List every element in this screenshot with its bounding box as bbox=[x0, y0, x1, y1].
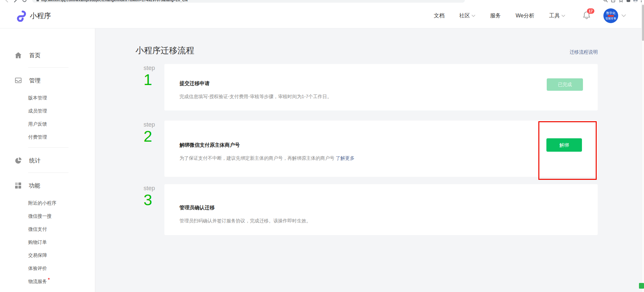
browser-menu-dots-icon[interactable] bbox=[641, 0, 642, 2]
sidebar-item-version-management[interactable]: 版本管理 bbox=[0, 91, 95, 104]
grid-icon bbox=[15, 182, 21, 189]
step-title: 解绑微信支付原主体商户号 bbox=[179, 141, 598, 148]
step-card-2: 解绑微信支付原主体商户号 为了保证支付不中断，建议先绑定新主体的商户号，再解绑原… bbox=[164, 121, 598, 177]
step-indicator-3: step 3 bbox=[136, 184, 164, 235]
nav-tools[interactable]: 工具 bbox=[549, 12, 565, 19]
app-header: 小程序 文档 社区 服务 We分析 工具 17 数字化 智慧零售 bbox=[0, 3, 644, 28]
sidebar-item-home[interactable]: 首页 bbox=[0, 50, 95, 61]
nav-services[interactable]: 服务 bbox=[490, 12, 501, 19]
sidebar-item-member-management[interactable]: 成员管理 bbox=[0, 104, 95, 118]
main-content: 小程序迁移流程 迁移流程说明 step 1 提交迁移申请 完成信息填写-授权验证… bbox=[95, 28, 644, 292]
account-chevron-down-icon[interactable] bbox=[622, 14, 626, 17]
notifications-bell[interactable]: 17 bbox=[583, 11, 591, 21]
chevron-down-icon bbox=[561, 15, 565, 17]
page-title-row: 小程序迁移流程 迁移流程说明 bbox=[136, 28, 598, 56]
logo[interactable]: 小程序 bbox=[14, 3, 51, 28]
migration-steps: step 1 提交迁移申请 完成信息填写-授权验证-支付费用-审核等步骤，审核时… bbox=[136, 64, 598, 235]
url-text: mp.weixin.qq.com/wxamp/subjectchange/ind… bbox=[41, 0, 187, 2]
step-title: 提交迁移申请 bbox=[179, 80, 598, 87]
sidebar-item-shopping-orders[interactable]: 购物订单 bbox=[0, 236, 95, 249]
sidebar-item-manage[interactable]: 管理 bbox=[0, 75, 95, 86]
sidebar-group-manage: 版本管理 成员管理 用户反馈 付费管理 bbox=[0, 91, 95, 144]
step-indicator-2: step 2 bbox=[136, 121, 164, 177]
pie-chart-icon bbox=[15, 157, 22, 164]
sidebar-item-nearby-miniprograms[interactable]: 附近的小程序 bbox=[0, 197, 95, 210]
browser-reload-icon[interactable] bbox=[22, 0, 27, 2]
sidebar-item-label: 功能 bbox=[29, 182, 40, 190]
top-navigation: 文档 社区 服务 We分析 工具 17 数字化 智慧零售 bbox=[419, 3, 626, 28]
scrollbar-thumb[interactable] bbox=[642, 5, 644, 41]
notification-count-badge: 17 bbox=[587, 8, 594, 14]
browser-profile-icon[interactable] bbox=[633, 0, 638, 2]
step-row-3: step 3 管理员确认迁移 管理员扫码确认并签订服务协议，完成迁移。该操作即时… bbox=[136, 184, 598, 235]
sidebar-item-label: 首页 bbox=[29, 52, 41, 59]
divider bbox=[28, 67, 68, 68]
step-title: 管理员确认迁移 bbox=[179, 204, 598, 211]
step-card-3: 管理员确认迁移 管理员扫码确认并签订服务协议，完成迁移。该操作即时生效。 bbox=[164, 184, 598, 235]
browser-back-icon[interactable] bbox=[5, 0, 9, 2]
learn-more-link[interactable]: 了解更多 bbox=[336, 155, 355, 161]
browser-forward-icon[interactable] bbox=[13, 0, 17, 2]
avatar-tag bbox=[608, 15, 614, 17]
step-description: 为了保证支付不中断，建议先绑定新主体的商户号，再解绑原主体的商户号 了解更多 bbox=[179, 155, 598, 161]
logo-text: 小程序 bbox=[30, 11, 51, 20]
step-row-2: step 2 解绑微信支付原主体商户号 为了保证支付不中断，建议先绑定新主体的商… bbox=[136, 121, 598, 177]
nav-docs[interactable]: 文档 bbox=[434, 12, 444, 19]
sidebar-item-wechat-pay[interactable]: 微信支付 bbox=[0, 223, 95, 236]
browser-chrome: mp.weixin.qq.com/wxamp/subjectchange/ind… bbox=[0, 0, 644, 3]
step-indicator-1: step 1 bbox=[136, 64, 164, 111]
wechat-miniprogram-console: mp.weixin.qq.com/wxamp/subjectchange/ind… bbox=[0, 0, 644, 292]
step-description: 完成信息填写-授权验证-支付费用-审核等步骤，审核时间为1-7个工作日。 bbox=[179, 93, 598, 100]
inbox-icon bbox=[15, 77, 22, 84]
share-icon[interactable] bbox=[611, 0, 615, 2]
new-badge-dot bbox=[48, 278, 50, 280]
divider bbox=[28, 172, 68, 173]
nav-community[interactable]: 社区 bbox=[459, 12, 475, 19]
site-info-icon[interactable] bbox=[37, 0, 39, 1]
miniprogram-logo-icon bbox=[14, 10, 26, 22]
sidebar-item-transaction-protection[interactable]: 交易保障 bbox=[0, 249, 95, 262]
sidebar-item-user-feedback[interactable]: 用户反馈 bbox=[0, 118, 95, 131]
step-row-1: step 1 提交迁移申请 完成信息填写-授权验证-支付费用-审核等步骤，审核时… bbox=[136, 64, 598, 111]
side-panel-icon[interactable] bbox=[627, 0, 630, 2]
sidebar-item-label: 管理 bbox=[29, 77, 41, 84]
nav-we-analysis[interactable]: We分析 bbox=[516, 12, 534, 19]
sidebar-item-experience-rating[interactable]: 体验评价 bbox=[0, 262, 95, 275]
step-description: 管理员扫码确认并签订服务协议，完成迁移。该操作即时生效。 bbox=[179, 217, 598, 224]
account-avatar[interactable]: 数字化 智慧零售 bbox=[603, 8, 618, 23]
search-icon[interactable] bbox=[603, 0, 608, 2]
sidebar-item-features[interactable]: 功能 bbox=[0, 180, 95, 191]
page-title: 小程序迁移流程 bbox=[136, 45, 194, 56]
step-card-1: 提交迁移申请 完成信息填写-授权验证-支付费用-审核等步骤，审核时间为1-7个工… bbox=[164, 64, 598, 111]
sidebar-item-logistics-service[interactable]: 物流服务 bbox=[0, 275, 95, 288]
chevron-down-icon bbox=[472, 15, 475, 17]
page-scrollbar[interactable] bbox=[641, 3, 644, 292]
migration-help-link[interactable]: 迁移流程说明 bbox=[570, 48, 598, 56]
step-number: 1 bbox=[144, 72, 164, 88]
home-icon bbox=[15, 52, 22, 59]
sidebar: 首页 管理 版本管理 成员管理 用户反馈 付费管理 统计 功能 附近的小程序 微… bbox=[0, 28, 95, 292]
step-number: 2 bbox=[144, 128, 164, 144]
sidebar-item-label: 统计 bbox=[29, 157, 41, 164]
address-bar[interactable]: mp.weixin.qq.com/wxamp/subjectchange/ind… bbox=[32, 0, 465, 3]
divider bbox=[28, 147, 68, 148]
sidebar-group-features: 附近的小程序 微信搜一搜 微信支付 购物订单 交易保障 体验评价 物流服务 bbox=[0, 197, 95, 288]
completed-button[interactable]: 已完成 bbox=[547, 78, 583, 91]
step-number: 3 bbox=[144, 192, 164, 208]
sidebar-item-wechat-search[interactable]: 微信搜一搜 bbox=[0, 210, 95, 223]
bookmark-star-icon[interactable] bbox=[619, 0, 624, 3]
sidebar-item-payment-management[interactable]: 付费管理 bbox=[0, 131, 95, 144]
sidebar-item-statistics[interactable]: 统计 bbox=[0, 155, 95, 166]
corner-green-widget[interactable] bbox=[639, 283, 644, 289]
unbind-button[interactable]: 解绑 bbox=[546, 138, 582, 152]
